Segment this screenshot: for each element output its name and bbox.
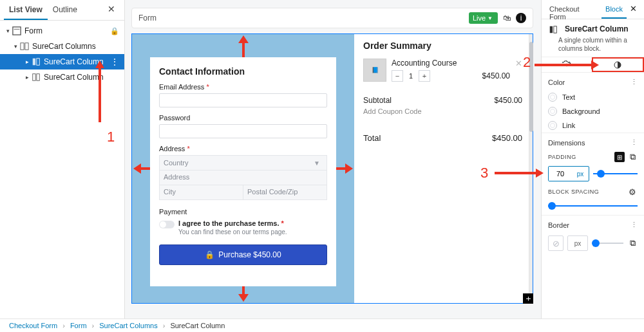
breadcrumb-item-current: SureCart Column [170, 322, 225, 329]
breadcrumb-item[interactable]: Checkout Form [9, 322, 57, 329]
padding-value-input[interactable] [549, 167, 572, 181]
color-swatch [548, 121, 557, 130]
block-spacing-control[interactable] [542, 198, 644, 215]
block-title: SureCart Column [565, 24, 629, 35]
tree-node-label: SureCart Column [44, 73, 104, 82]
postal-field[interactable]: Postal Code/Zip [243, 185, 327, 200]
password-label: Password [159, 114, 327, 122]
link-icon[interactable]: ⧉ [627, 152, 638, 162]
tree-node-label: SureCart Column [44, 57, 104, 66]
padding-slider[interactable] [593, 169, 638, 179]
color-section-heading: Color ⋮ [542, 72, 644, 90]
padding-row: PADDING ⊞ ⧉ [542, 151, 644, 163]
block-spacing-slider[interactable] [548, 201, 638, 211]
purchase-button[interactable]: 🔒 Purchase $450.00 [159, 244, 327, 265]
qty-value: 1 [403, 72, 419, 80]
tab-list-view[interactable]: List View [4, 0, 48, 20]
subtotal-value: $450.00 [495, 96, 522, 105]
cart-icon[interactable]: 🛍 [502, 13, 512, 23]
padding-input[interactable]: px [548, 166, 589, 181]
tree-node-label: SureCart Columns [32, 42, 96, 51]
color-text-row[interactable]: Text [542, 90, 644, 104]
annotation-number: 3 [480, 165, 488, 181]
padding-unit[interactable]: px [572, 167, 589, 181]
close-icon[interactable]: ✕ [627, 1, 640, 19]
svg-rect-4 [33, 59, 35, 66]
settings-icon[interactable]: ⚙ [627, 187, 638, 197]
border-unit[interactable]: px [567, 235, 588, 251]
email-label: Email Address * [159, 83, 327, 91]
block-toolbar-title: Form [138, 14, 156, 23]
close-icon[interactable]: ✕ [102, 0, 120, 20]
tree-node-form[interactable]: ▾ Form 🔒 [0, 23, 124, 39]
lock-icon: 🔒 [110, 27, 119, 35]
summary-heading: Order Summary [363, 41, 522, 51]
color-background-row[interactable]: Background [542, 104, 644, 118]
svg-rect-5 [37, 59, 39, 66]
color-swatch [548, 107, 557, 116]
breadcrumb-item[interactable]: Form [70, 322, 87, 329]
form-icon [12, 26, 22, 36]
annotation-arrow [535, 60, 599, 69]
remove-item-button[interactable]: ✕ [515, 59, 522, 68]
password-field[interactable] [159, 124, 327, 138]
email-field[interactable] [159, 93, 327, 107]
color-link-row[interactable]: Link [542, 118, 644, 133]
editor-canvas-area: Form Live ▼ 🛍 i Contact Information E [125, 0, 541, 318]
total-value: $450.00 [492, 133, 522, 143]
city-field[interactable]: City [159, 185, 243, 200]
product-thumbnail: 📘 [363, 59, 386, 82]
add-block-button[interactable]: ＋ [523, 293, 533, 304]
annotation-number: 2 [523, 54, 531, 71]
more-options-icon[interactable]: ⋮ [630, 138, 638, 147]
country-select[interactable]: Country ▼ [159, 155, 327, 171]
more-options-icon[interactable]: ⋮ [630, 78, 638, 86]
agree-text: I agree to the purchase terms. * [178, 219, 287, 227]
tree-node-column-selected[interactable]: ▸ SureCart Column ⋮ [0, 54, 124, 69]
tab-outline[interactable]: Outline [48, 0, 82, 20]
agree-toggle[interactable] [159, 221, 175, 228]
tree-node-columns[interactable]: ▾ SureCart Columns [0, 39, 124, 54]
styles-tab-icon[interactable] [592, 57, 645, 72]
subtotal-row: Subtotal $450.00 [363, 96, 522, 105]
link-icon[interactable]: ⧉ [627, 238, 638, 248]
border-section-heading: Border ⋮ [542, 215, 644, 233]
info-icon[interactable]: i [516, 13, 526, 23]
add-coupon-link[interactable]: Add Coupon Code [363, 107, 522, 115]
tab-checkout-form[interactable]: Checkout Form [545, 1, 601, 19]
agree-terms-row[interactable]: I agree to the purchase terms. * You can… [159, 219, 327, 235]
agree-subtext: You can find these on our terms page. [178, 228, 287, 235]
editor-canvas[interactable]: Contact Information Email Address * Pass… [131, 33, 533, 304]
border-slider[interactable] [592, 238, 623, 248]
svg-rect-0 [13, 27, 21, 35]
breadcrumb-item[interactable]: SureCart Columns [99, 322, 157, 329]
padding-control[interactable]: px [542, 163, 644, 185]
payment-label: Payment [159, 208, 327, 216]
column-icon [31, 72, 41, 82]
subtotal-label: Subtotal [363, 96, 392, 105]
item-price: $450.00 [482, 71, 510, 80]
live-status-badge[interactable]: Live ▼ [469, 12, 498, 24]
more-options-icon[interactable]: ⋮ [630, 221, 638, 229]
contact-info-heading: Contact Information [159, 66, 327, 77]
tree-node-column[interactable]: ▸ SureCart Column [0, 69, 124, 85]
quantity-stepper[interactable]: − 1 + $450.00 [392, 70, 510, 82]
tab-block[interactable]: Block [601, 1, 627, 19]
columns-icon [19, 41, 30, 51]
border-control[interactable]: ⊘ px ⧉ [542, 233, 644, 254]
border-none-icon[interactable]: ⊘ [548, 235, 564, 251]
chevron-down-icon: ▼ [488, 15, 493, 21]
live-label: Live [473, 14, 486, 22]
column-content: Contact Information Email Address * Pass… [150, 57, 336, 286]
address-field[interactable]: Address [159, 170, 327, 185]
block-description: A single column within a columns block. [542, 36, 644, 57]
selected-column[interactable]: Contact Information Email Address * Pass… [132, 34, 354, 303]
total-label: Total [363, 133, 381, 143]
column-icon [548, 24, 558, 35]
qty-minus-button[interactable]: − [392, 70, 403, 82]
svg-rect-7 [37, 74, 39, 81]
more-options-icon[interactable]: ⋮ [110, 57, 119, 67]
qty-plus-button[interactable]: + [419, 70, 430, 82]
tree-node-label: Form [24, 26, 43, 35]
padding-sides-icon[interactable]: ⊞ [614, 152, 625, 162]
